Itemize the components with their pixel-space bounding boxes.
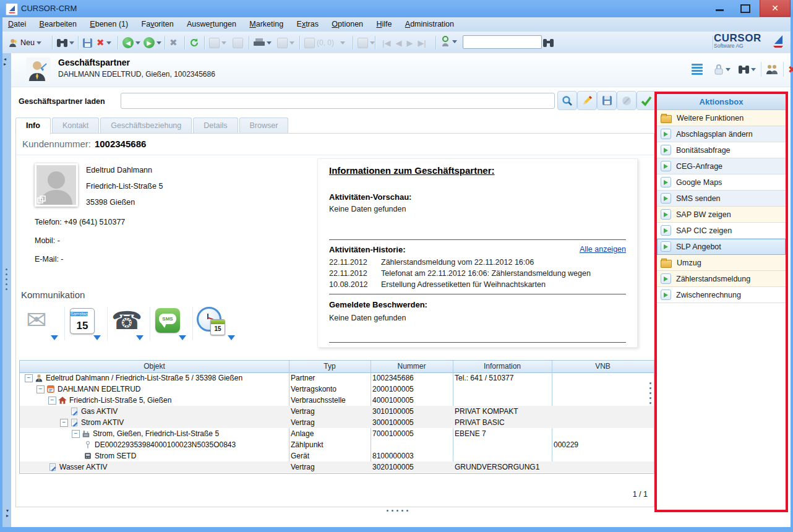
chevron-down-icon[interactable] (751, 68, 756, 71)
aktionsbox-item-ceg-anfrage[interactable]: CEG-Anfrage (657, 158, 786, 174)
menu-marketing[interactable]: Marketing (244, 17, 289, 32)
refresh-button[interactable] (189, 36, 199, 49)
chevron-down-icon[interactable] (228, 335, 235, 340)
historie-entry[interactable]: Telefonat am 22.11.2012 16:06: Zählersta… (381, 269, 631, 278)
column-header-objekt[interactable]: Objekt (20, 361, 289, 372)
alle-anzeigen-link[interactable]: Alle anzeigen (580, 245, 626, 254)
loader-input[interactable] (121, 93, 555, 109)
chevron-down-icon[interactable] (289, 41, 294, 45)
table-row[interactable]: − Edeltrud Dahlmann / Friedrich-List-Str… (20, 372, 654, 384)
tab-info[interactable]: Info (15, 118, 51, 134)
table-row[interactable]: − DAHLMANN EDELTRUD Vertragskonto 200010… (20, 384, 654, 395)
print-button[interactable] (254, 36, 272, 49)
menu-datei[interactable]: Datei (2, 17, 32, 32)
bottom-splitter-grip-icon[interactable] (387, 510, 408, 512)
aktionsbox-splitter-grip-icon[interactable] (649, 382, 651, 404)
chevron-down-icon[interactable] (51, 335, 58, 340)
bottom-panel-collapse-icon[interactable]: ▾▸ (6, 508, 9, 518)
send-sms-button[interactable]: SMS (150, 304, 192, 343)
tree-node-label[interactable]: Edeltrud Dahlmann / Friedrich-List-Straß… (46, 372, 242, 384)
aktionsbox-item-slp-angebot[interactable]: SLP Angebot (657, 239, 786, 255)
first-record-icon[interactable]: |◀ (382, 38, 390, 48)
close-record-button[interactable]: ✖ (788, 62, 793, 76)
new-document-button[interactable] (209, 36, 226, 49)
table-row[interactable]: Strom SETD Gerät 8100000003 (20, 450, 654, 461)
aktionsbox-item-umzug[interactable]: Umzug (657, 255, 786, 271)
menu-administration[interactable]: Administration (400, 17, 460, 32)
send-email-button[interactable]: ✉ (22, 304, 64, 343)
tree-node-label[interactable]: Strom AKTIV (81, 417, 124, 428)
menu-hilfe[interactable]: Hilfe (371, 17, 397, 32)
last-record-icon[interactable]: ▶| (418, 38, 426, 48)
chevron-down-icon[interactable] (93, 335, 101, 340)
create-appointment-button[interactable]: Samstag15 (65, 304, 107, 343)
chevron-down-icon[interactable] (106, 41, 111, 45)
header-search-button[interactable] (739, 62, 756, 76)
delete-button[interactable]: ✖ (96, 36, 111, 49)
aktionsbox-item-sap-cic-zeigen[interactable]: SAP CIC zeigen (657, 223, 786, 239)
save-record-button[interactable] (597, 91, 617, 110)
maximize-button[interactable] (734, 0, 756, 16)
collapse-toggle[interactable]: − (60, 419, 68, 427)
chevron-down-icon[interactable] (69, 41, 74, 45)
tree-node-label[interactable]: Wasser AKTIV (59, 461, 108, 473)
chevron-down-icon[interactable] (179, 335, 186, 340)
aktionsbox-item-weitere-funktionen[interactable]: Weitere Funktionen (657, 110, 786, 126)
aktionsbox-item-sms-senden[interactable]: SMS senden (657, 191, 786, 207)
splitter-grip-icon[interactable] (6, 268, 7, 290)
table-row[interactable]: − Strom AKTIV Vertrag 3000100005 PRIVAT … (20, 417, 654, 428)
new-record-button[interactable]: Neu (7, 36, 41, 49)
column-header-vnb[interactable]: VNB (552, 361, 654, 372)
menu-bearbeiten[interactable]: Bearbeiten (34, 17, 82, 32)
export-button[interactable] (277, 36, 294, 49)
back-button[interactable]: ◀ (122, 36, 140, 49)
phone-call-button[interactable]: ☎ (108, 304, 150, 343)
aktionsbox-item-sap-bw-zeigen[interactable]: SAP BW zeigen (657, 207, 786, 223)
contact-photo-placeholder[interactable] (35, 163, 78, 207)
chevron-down-icon[interactable] (221, 41, 226, 45)
chevron-down-icon[interactable] (340, 41, 345, 45)
chevron-down-icon[interactable] (36, 41, 41, 45)
tree-node-label[interactable]: Strom, Gießen, Friedrich-List-Straße 5 (93, 428, 219, 439)
menu-list-button[interactable] (692, 62, 703, 76)
search-load-button[interactable] (557, 91, 577, 110)
minimize-button[interactable] (709, 0, 731, 16)
chevron-down-icon[interactable] (726, 68, 731, 71)
image-button[interactable] (358, 36, 375, 49)
collapse-toggle[interactable]: − (48, 397, 56, 405)
chevron-down-icon[interactable] (452, 40, 457, 43)
tree-node-label[interactable]: Strom SETD (95, 450, 136, 461)
chevron-down-icon[interactable] (267, 41, 272, 45)
column-header-typ[interactable]: Typ (289, 361, 371, 372)
table-row[interactable]: − Strom, Gießen, Friedrich-List-Straße 5… (20, 428, 654, 439)
tree-node-label[interactable]: DAHLMANN EDELTRUD (58, 384, 140, 395)
tab-details[interactable]: Details (193, 118, 238, 134)
tree-node-label[interactable]: Gas AKTIV (81, 406, 118, 417)
discard-button[interactable] (617, 91, 637, 110)
aktionsbox-item-zwischenrechnung[interactable]: Zwischenrechnung (657, 287, 786, 303)
menu-ebenen[interactable]: Ebenen (1) (84, 17, 134, 32)
chevron-down-icon[interactable] (135, 41, 140, 45)
menu-optionen[interactable]: Optionen (326, 17, 369, 32)
tab-browser[interactable]: Browser (239, 118, 289, 134)
chevron-down-icon[interactable] (136, 335, 144, 340)
menu-extras[interactable]: Extras (291, 17, 324, 32)
save-button[interactable] (83, 36, 92, 49)
chevron-down-icon[interactable] (370, 41, 375, 45)
left-panel-splitter[interactable]: ◂▸ (2, 53, 11, 527)
lock-button[interactable] (714, 62, 731, 76)
menu-auswertungen[interactable]: Auswertungen (181, 17, 242, 32)
table-row[interactable]: Wasser AKTIV Vertrag 3020100005 GRUNDVER… (20, 461, 654, 473)
historie-entry[interactable]: Zählerstandsmeldung vom 22.11.2012 16:06 (381, 258, 631, 267)
aktionsbox-item-zaehlerstandsmeldung[interactable]: Zählerstandsmeldung (657, 271, 786, 287)
confirm-button[interactable] (637, 91, 656, 110)
panel-collapse-icon[interactable]: ◂▸ (4, 57, 6, 67)
historie-entry[interactable]: Erstellung Adressetiketten für Weihnacht… (381, 280, 631, 289)
collapse-toggle[interactable]: − (25, 374, 33, 382)
table-row[interactable]: Gas AKTIV Vertrag 3010100005 PRIVAT KOMP… (20, 406, 654, 417)
search-button[interactable] (57, 36, 74, 49)
collapse-toggle[interactable]: − (36, 385, 45, 393)
cancel-button[interactable]: ✖ (169, 36, 178, 49)
column-header-nummer[interactable]: Nummer (371, 361, 453, 372)
quick-search-go-button[interactable] (543, 36, 554, 49)
